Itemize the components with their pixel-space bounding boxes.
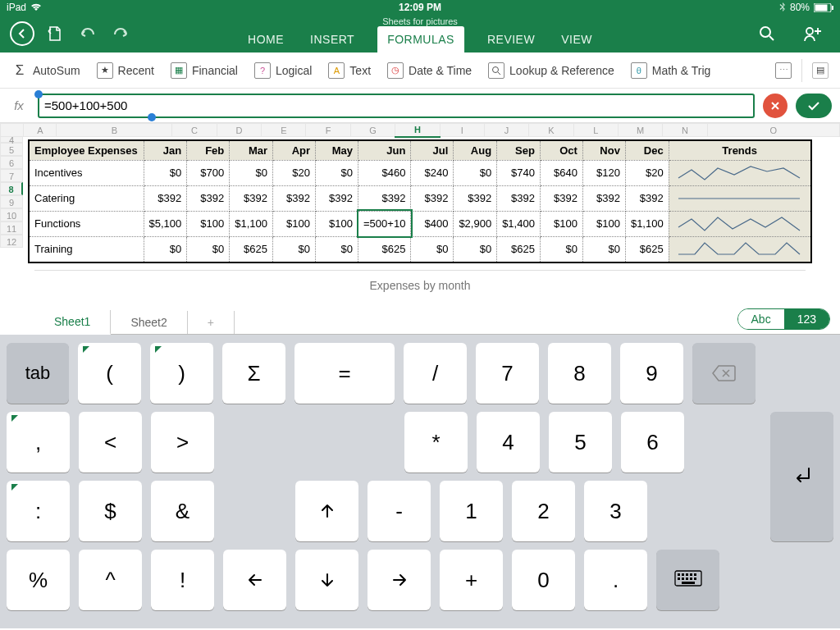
table-cell[interactable]: $0 — [582, 236, 625, 262]
key-gt[interactable]: > — [151, 412, 214, 472]
formula-accept-button[interactable] — [796, 94, 832, 118]
sheet-tab-add[interactable]: + — [188, 311, 235, 334]
table-cell[interactable]: $392 — [230, 185, 273, 211]
tab-view[interactable]: VIEW — [558, 28, 596, 52]
table-cell[interactable]: $400 — [411, 211, 454, 236]
table-cell[interactable]: $392 — [625, 185, 669, 211]
table-cell[interactable]: $0 — [540, 236, 582, 262]
key-plus[interactable]: + — [440, 550, 503, 610]
table-cell[interactable]: $700 — [187, 160, 230, 185]
table-cell[interactable]: $392 — [187, 185, 230, 211]
ribbon-autosum[interactable]: ΣAutoSum — [11, 62, 80, 79]
table-header-month[interactable]: Nov — [582, 140, 625, 160]
sheet-tab-1[interactable]: Sheet1 — [34, 310, 111, 335]
mode-abc[interactable]: Abc — [738, 309, 784, 329]
selection-handle-start[interactable] — [34, 90, 43, 98]
key-minus[interactable]: - — [368, 481, 431, 541]
row-header-8[interactable]: 8 — [0, 182, 23, 195]
key-enter[interactable] — [770, 412, 833, 541]
key-left[interactable] — [223, 550, 286, 610]
share-button[interactable] — [799, 20, 827, 48]
key-lparen[interactable]: ( — [78, 343, 141, 404]
table-cell[interactable]: $625 — [230, 236, 273, 262]
redo-button[interactable] — [107, 20, 135, 48]
col-header-J[interactable]: J — [484, 124, 528, 137]
table-cell[interactable]: $625 — [497, 236, 541, 262]
table-cell[interactable]: $20 — [625, 160, 669, 185]
table-cell[interactable]: =500+10 — [358, 211, 411, 236]
table-header-month[interactable]: Dec — [625, 140, 669, 160]
table-cell[interactable]: $0 — [144, 160, 187, 185]
col-header-C[interactable]: C — [172, 124, 217, 137]
table-cell[interactable]: $100 — [273, 211, 316, 236]
table-cell[interactable]: $20 — [273, 160, 316, 185]
fx-label[interactable]: fx — [8, 98, 30, 112]
key-lt[interactable]: < — [79, 412, 142, 472]
row-header-12[interactable]: 12 — [0, 235, 23, 248]
ribbon-more[interactable]: ⋯ — [775, 62, 792, 79]
table-cell[interactable]: $460 — [358, 160, 411, 185]
key-tab[interactable]: tab — [7, 343, 69, 404]
col-header-N[interactable]: N — [663, 124, 707, 137]
table-cell[interactable]: $625 — [358, 236, 411, 262]
col-header-A[interactable]: A — [24, 124, 57, 137]
col-header-G[interactable]: G — [350, 124, 395, 137]
table-cell[interactable]: $2,900 — [454, 211, 497, 236]
table-header-month[interactable]: Oct — [540, 140, 582, 160]
row-header-4[interactable]: 4 — [0, 136, 23, 143]
ribbon-logical[interactable]: ?Logical — [254, 62, 312, 79]
table-header-month[interactable]: Sep — [497, 140, 541, 160]
table-header-label[interactable]: Employee Expenses — [29, 140, 144, 160]
key-percent[interactable]: % — [7, 550, 70, 610]
key-equals[interactable]: = — [294, 343, 395, 404]
table-row-label[interactable]: Training — [29, 236, 144, 262]
table-cell[interactable]: $0 — [454, 236, 497, 262]
ribbon-datetime[interactable]: ◷Date & Time — [387, 62, 472, 79]
tab-review[interactable]: REVIEW — [484, 28, 538, 52]
key-bang[interactable]: ! — [151, 550, 214, 610]
table-header-month[interactable]: Jul — [411, 140, 454, 160]
key-3[interactable]: 3 — [584, 481, 647, 541]
undo-button[interactable] — [74, 20, 102, 48]
table-cell[interactable]: $120 — [582, 160, 625, 185]
row-header-7[interactable]: 7 — [0, 169, 23, 182]
col-header-B[interactable]: B — [57, 124, 172, 137]
selection-handle-end[interactable] — [148, 113, 156, 121]
table-cell[interactable]: $392 — [411, 185, 454, 211]
table-cell[interactable]: $100 — [582, 211, 625, 236]
table-header-month[interactable]: Jan — [144, 140, 187, 160]
back-button[interactable] — [8, 20, 36, 48]
table-cell[interactable]: $392 — [497, 185, 541, 211]
col-header-E[interactable]: E — [262, 124, 306, 137]
key-caret[interactable]: ^ — [79, 550, 142, 610]
ribbon-math[interactable]: θMath & Trig — [631, 62, 711, 79]
table-cell[interactable]: $392 — [454, 185, 497, 211]
table-cell[interactable]: $392 — [316, 185, 358, 211]
table-cell[interactable]: $0 — [144, 236, 187, 262]
table-header-month[interactable]: May — [316, 140, 358, 160]
table-cell[interactable]: $240 — [411, 160, 454, 185]
table-row-label[interactable]: Incentives — [29, 160, 144, 185]
ribbon-financial[interactable]: ▦Financial — [171, 62, 238, 79]
file-button[interactable] — [41, 20, 69, 48]
formula-input-wrap[interactable] — [38, 94, 755, 118]
key-right[interactable] — [368, 550, 431, 610]
table-cell[interactable]: $100 — [540, 211, 582, 236]
table-cell[interactable]: $625 — [625, 236, 669, 262]
mode-123[interactable]: 123 — [784, 309, 829, 329]
col-header-M[interactable]: M — [619, 124, 663, 137]
table-cell[interactable]: $392 — [358, 185, 411, 211]
col-header-D[interactable]: D — [217, 124, 261, 137]
col-header-K[interactable]: K — [529, 124, 573, 137]
table-cell[interactable]: $0 — [454, 160, 497, 185]
formula-cancel-button[interactable] — [763, 94, 788, 118]
tab-home[interactable]: HOME — [244, 28, 287, 52]
formula-input[interactable] — [39, 98, 753, 112]
table-cell[interactable]: $392 — [273, 185, 316, 211]
key-star[interactable]: * — [404, 412, 468, 472]
key-sigma[interactable]: Σ — [222, 343, 285, 404]
table-header-month[interactable]: Feb — [187, 140, 230, 160]
key-5[interactable]: 5 — [549, 412, 612, 472]
table-cell[interactable]: $0 — [411, 236, 454, 262]
ribbon-lookup[interactable]: Lookup & Reference — [488, 62, 614, 79]
